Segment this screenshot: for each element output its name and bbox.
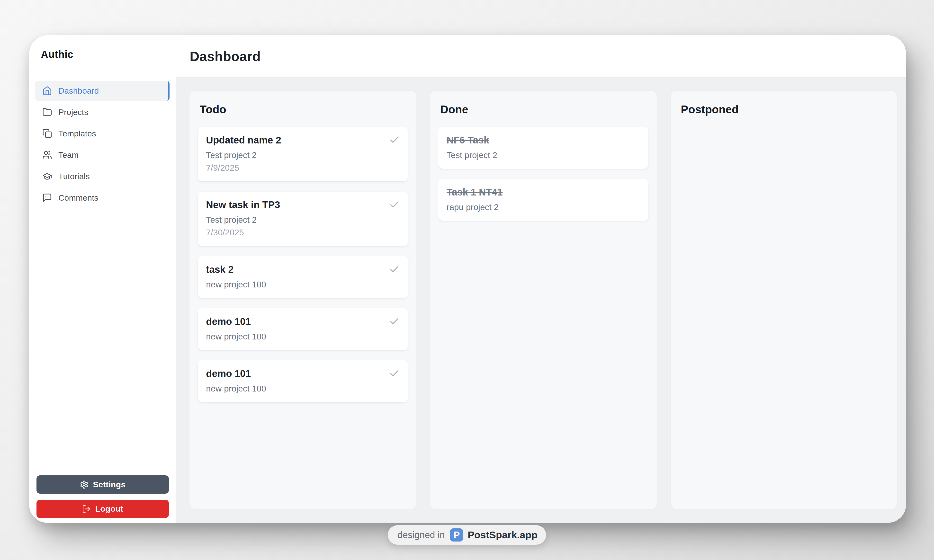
folder-icon (42, 107, 52, 117)
graduation-cap-icon (42, 171, 52, 181)
sidebar-item-templates[interactable]: Templates (35, 123, 169, 143)
sidebar-item-label: Team (58, 150, 78, 160)
task-project: new project 100 (206, 332, 400, 342)
kanban-board: Todo Updated name 2 Test project 2 7/9/2… (176, 78, 906, 523)
sidebar-item-comments[interactable]: Comments (35, 188, 169, 208)
sidebar-item-label: Dashboard (58, 86, 99, 95)
task-title: New task in TP3 (206, 199, 280, 211)
sidebar-item-label: Projects (58, 108, 88, 117)
task-card[interactable]: demo 101 new project 100 (198, 360, 408, 402)
home-icon (42, 86, 52, 95)
task-card-top: Updated name 2 (206, 134, 400, 146)
task-card[interactable]: Updated name 2 Test project 2 7/9/2025 (198, 127, 408, 182)
task-title: demo 101 (206, 368, 251, 379)
logout-icon (82, 505, 91, 513)
board-column-todo: Todo Updated name 2 Test project 2 7/9/2… (189, 91, 416, 509)
copy-icon (42, 129, 52, 138)
task-card-top: demo 101 (206, 315, 400, 327)
users-icon (42, 150, 52, 160)
sidebar-item-dashboard[interactable]: Dashboard (35, 81, 169, 101)
check-icon[interactable] (389, 135, 400, 145)
page-title: Dashboard (190, 49, 261, 64)
column-cards: NF6 Task Test project 2 Task 1 NT41 rapu… (438, 127, 648, 221)
brand-title: Authic (41, 49, 175, 60)
board-column-postponed: Postponed (670, 91, 897, 509)
sidebar-item-tutorials[interactable]: Tutorials (35, 166, 169, 186)
sidebar-item-projects[interactable]: Projects (35, 102, 169, 122)
check-icon[interactable] (389, 264, 400, 275)
task-title: Task 1 NT41 (446, 186, 503, 198)
logout-button[interactable]: Logout (37, 500, 169, 518)
task-title: task 2 (206, 264, 234, 275)
task-date: 7/30/2025 (206, 228, 400, 237)
sidebar: Authic Dashboard Projects Templates Team… (29, 35, 176, 523)
postspark-badge[interactable]: designed in P PostSpark.app (388, 525, 546, 545)
task-project: new project 100 (206, 280, 400, 289)
column-title: Postponed (681, 103, 889, 116)
app-window: Authic Dashboard Projects Templates Team… (29, 35, 906, 523)
gear-icon (80, 480, 89, 489)
settings-button-label: Settings (93, 480, 126, 489)
sidebar-item-label: Tutorials (58, 172, 90, 181)
main-area: Dashboard Todo Updated name 2 Test proje… (176, 35, 906, 523)
task-card[interactable]: task 2 new project 100 (198, 256, 408, 298)
logout-button-label: Logout (95, 504, 123, 514)
task-card[interactable]: demo 101 new project 100 (198, 308, 408, 350)
task-project: Test project 2 (206, 150, 400, 160)
column-title: Todo (200, 103, 408, 116)
task-card[interactable]: NF6 Task Test project 2 (438, 127, 648, 169)
task-project: new project 100 (206, 384, 400, 394)
settings-button[interactable]: Settings (37, 475, 169, 494)
task-card[interactable]: New task in TP3 Test project 2 7/30/2025 (198, 192, 408, 246)
task-card-top: NF6 Task (446, 134, 640, 146)
task-title: NF6 Task (446, 134, 489, 146)
board-column-done: Done NF6 Task Test project 2 Task 1 NT41… (430, 91, 657, 509)
badge-brand-text: PostSpark.app (468, 529, 537, 541)
check-icon[interactable] (389, 368, 400, 379)
sidebar-bottom: Settings Logout (29, 475, 175, 523)
check-icon[interactable] (389, 316, 400, 327)
task-project: Test project 2 (206, 215, 400, 225)
task-card-top: Task 1 NT41 (446, 186, 640, 198)
task-card-top: New task in TP3 (206, 199, 400, 211)
postspark-logo-icon: P (450, 528, 463, 542)
comments-icon (42, 193, 52, 203)
column-cards: Updated name 2 Test project 2 7/9/2025 N… (198, 127, 408, 402)
sidebar-item-team[interactable]: Team (35, 145, 169, 165)
badge-prefix-text: designed in (397, 530, 445, 540)
task-project: rapu project 2 (446, 202, 640, 212)
sidebar-item-label: Templates (58, 129, 96, 138)
sidebar-nav: Dashboard Projects Templates Team Tutori… (29, 81, 175, 208)
sidebar-item-label: Comments (58, 193, 98, 203)
task-card-top: task 2 (206, 264, 400, 275)
page-header: Dashboard (176, 35, 906, 78)
check-icon[interactable] (389, 199, 400, 210)
column-title: Done (440, 103, 648, 116)
task-title: Updated name 2 (206, 134, 281, 146)
task-title: demo 101 (206, 315, 251, 327)
task-date: 7/9/2025 (206, 163, 400, 173)
task-card-top: demo 101 (206, 368, 400, 379)
task-card[interactable]: Task 1 NT41 rapu project 2 (438, 179, 648, 221)
task-project: Test project 2 (446, 150, 640, 160)
